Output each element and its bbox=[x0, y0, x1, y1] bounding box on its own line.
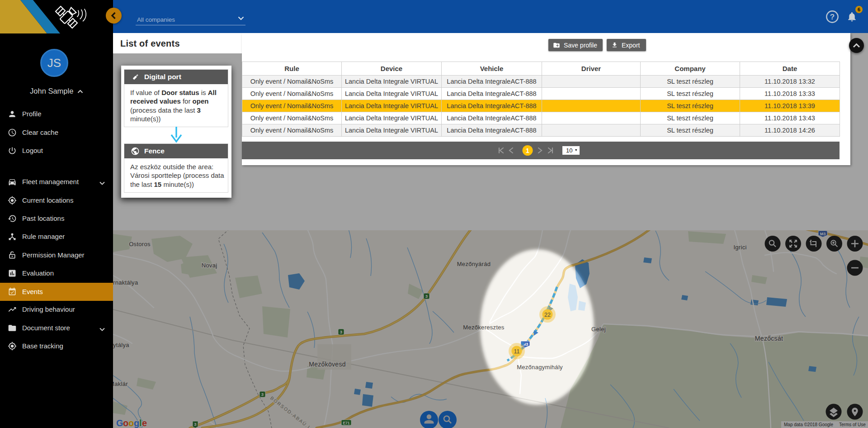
svg-text:10: 10 bbox=[566, 147, 572, 154]
svg-text:?: ? bbox=[830, 13, 835, 21]
svg-text:1: 1 bbox=[526, 147, 529, 154]
